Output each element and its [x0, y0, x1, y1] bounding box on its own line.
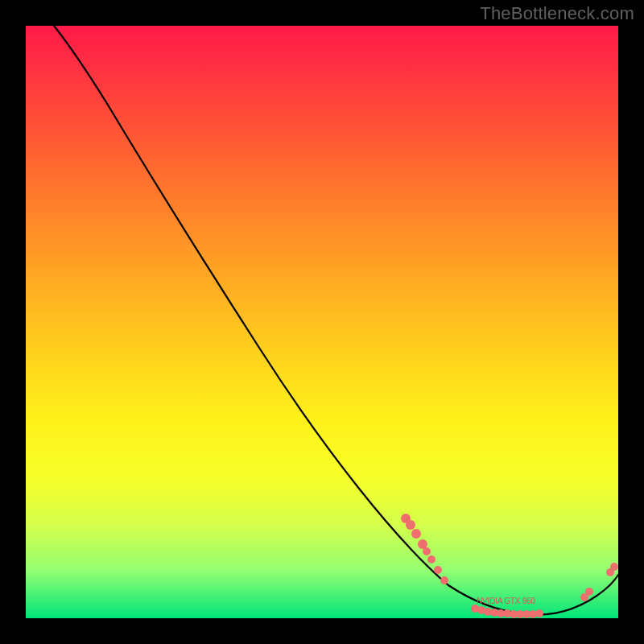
data-marker	[423, 547, 431, 555]
bottleneck-curve	[54, 26, 618, 615]
data-marker	[535, 609, 543, 617]
chart-overlay: NVIDIA GTX 960	[26, 26, 618, 618]
plateau-hardware-label: NVIDIA GTX 960	[477, 597, 535, 605]
data-marker	[610, 563, 618, 571]
chart-frame: NVIDIA GTX 960 TheBottleneck.com	[0, 0, 644, 644]
data-marker	[427, 555, 436, 564]
data-marker	[406, 520, 415, 530]
data-marker	[440, 576, 448, 584]
data-marker	[411, 529, 421, 539]
data-marker	[434, 566, 442, 574]
data-marker	[585, 588, 593, 596]
watermark-text: TheBottleneck.com	[480, 3, 634, 24]
